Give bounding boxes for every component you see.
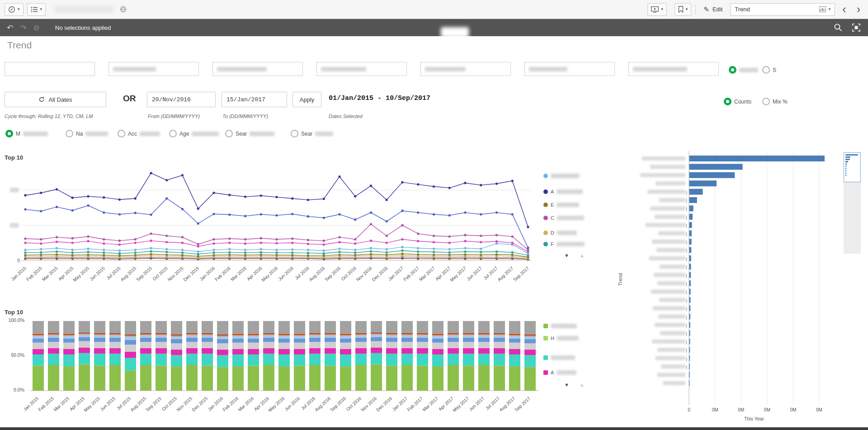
stack-segment[interactable] — [278, 334, 290, 335]
bar[interactable] — [689, 180, 717, 186]
stack-segment[interactable] — [432, 343, 443, 349]
stack-segment[interactable] — [125, 352, 136, 358]
stack-segment[interactable] — [263, 348, 274, 354]
data-point[interactable] — [165, 251, 168, 253]
data-point[interactable] — [433, 251, 435, 253]
stack-segment[interactable] — [294, 335, 305, 335]
bar[interactable] — [689, 330, 690, 336]
stack-segment[interactable] — [171, 335, 182, 336]
data-point[interactable] — [244, 249, 246, 251]
stack-segment[interactable] — [202, 348, 213, 354]
step-forward-icon[interactable]: ↷ — [20, 24, 26, 32]
data-point[interactable] — [275, 238, 278, 241]
data-point[interactable] — [354, 254, 356, 256]
stack-segment[interactable] — [125, 340, 136, 345]
stack-segment[interactable] — [232, 343, 244, 349]
data-point[interactable] — [354, 251, 356, 254]
stack-segment[interactable] — [186, 342, 198, 348]
stack-segment[interactable] — [355, 321, 367, 333]
stack-segment[interactable] — [94, 335, 105, 338]
data-point[interactable] — [370, 223, 372, 225]
data-point[interactable] — [417, 183, 419, 185]
filter-listbox-search[interactable] — [108, 62, 199, 76]
stack-segment[interactable] — [386, 366, 397, 391]
data-point[interactable] — [323, 252, 325, 255]
sheet-selector[interactable]: Trend ▾ — [730, 3, 835, 16]
stack-segment[interactable] — [202, 354, 213, 365]
data-point[interactable] — [480, 251, 482, 253]
previous-sheet-button[interactable]: ‹ — [839, 4, 849, 15]
data-point[interactable] — [212, 242, 215, 245]
stack-segment[interactable] — [156, 334, 167, 335]
data-point[interactable] — [291, 254, 293, 256]
stack-segment[interactable] — [417, 321, 428, 333]
stack-segment[interactable] — [294, 334, 305, 335]
data-point[interactable] — [24, 254, 26, 256]
stack-segment[interactable] — [340, 349, 351, 354]
data-point[interactable] — [40, 248, 42, 250]
stack-segment[interactable] — [309, 365, 321, 391]
data-point[interactable] — [338, 236, 340, 238]
stack-segment[interactable] — [109, 354, 121, 365]
stacked-legend-item[interactable] — [543, 355, 575, 360]
stack-segment[interactable] — [278, 335, 290, 338]
stack-segment[interactable] — [478, 342, 490, 348]
data-point[interactable] — [260, 213, 262, 215]
data-point[interactable] — [401, 238, 403, 241]
stack-segment[interactable] — [140, 365, 151, 391]
data-point[interactable] — [118, 243, 121, 246]
data-point[interactable] — [511, 241, 514, 244]
stack-segment[interactable] — [202, 321, 213, 333]
data-point[interactable] — [24, 194, 26, 196]
stack-segment[interactable] — [509, 335, 520, 338]
stack-segment[interactable] — [94, 342, 105, 348]
stack-segment[interactable] — [217, 355, 228, 367]
stack-segment[interactable] — [171, 335, 182, 335]
data-point[interactable] — [150, 247, 152, 249]
stack-segment[interactable] — [63, 339, 75, 343]
stack-segment[interactable] — [79, 332, 90, 333]
data-point[interactable] — [370, 250, 372, 252]
stack-segment[interactable] — [509, 366, 520, 391]
stack-segment[interactable] — [478, 334, 490, 335]
bar[interactable] — [689, 189, 703, 195]
data-point[interactable] — [40, 242, 42, 245]
stack-segment[interactable] — [156, 321, 167, 333]
stack-segment[interactable] — [94, 334, 105, 335]
stack-segment[interactable] — [186, 321, 198, 333]
stack-segment[interactable] — [340, 354, 351, 366]
stack-segment[interactable] — [401, 335, 413, 338]
data-point[interactable] — [244, 251, 246, 254]
stack-segment[interactable] — [278, 339, 290, 343]
stack-segment[interactable] — [417, 333, 428, 334]
stack-segment[interactable] — [371, 332, 382, 333]
stack-segment[interactable] — [386, 348, 397, 354]
stack-segment[interactable] — [125, 321, 136, 335]
stack-segment[interactable] — [386, 333, 397, 334]
stack-segment[interactable] — [309, 342, 321, 348]
clear-selections-icon[interactable]: ⊘ — [33, 24, 40, 32]
data-point[interactable] — [40, 254, 42, 256]
stack-segment[interactable] — [417, 338, 428, 342]
data-point[interactable] — [24, 241, 26, 244]
data-point[interactable] — [244, 215, 246, 217]
data-point[interactable] — [56, 253, 58, 255]
data-point[interactable] — [433, 185, 435, 188]
stack-segment[interactable] — [232, 335, 244, 338]
stack-segment[interactable] — [48, 334, 59, 335]
data-point[interactable] — [370, 184, 372, 187]
data-point[interactable] — [165, 241, 168, 243]
all-dates-button[interactable]: All Dates — [5, 92, 106, 107]
stack-segment[interactable] — [217, 339, 228, 343]
stack-segment[interactable] — [109, 348, 121, 354]
next-sheet-button[interactable]: › — [854, 4, 863, 15]
data-point[interactable] — [511, 213, 514, 215]
data-point[interactable] — [386, 235, 388, 237]
data-point[interactable] — [480, 248, 482, 250]
stack-segment[interactable] — [48, 354, 59, 365]
data-point[interactable] — [370, 253, 372, 255]
data-point[interactable] — [87, 251, 89, 253]
bar[interactable] — [689, 355, 690, 361]
data-point[interactable] — [275, 196, 278, 198]
apply-button[interactable]: Apply — [292, 92, 321, 107]
